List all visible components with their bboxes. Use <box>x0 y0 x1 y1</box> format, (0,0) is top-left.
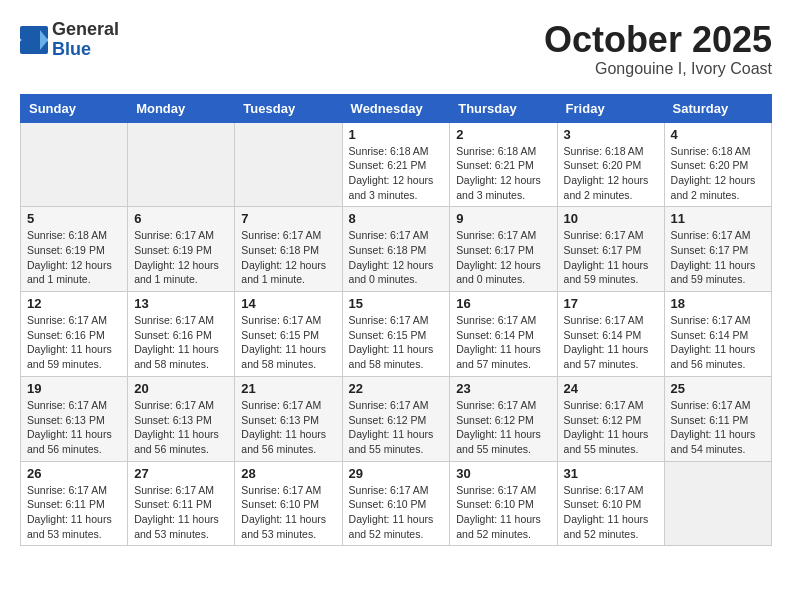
calendar-cell: 14Sunrise: 6:17 AM Sunset: 6:15 PM Dayli… <box>235 292 342 377</box>
day-info: Sunrise: 6:17 AM Sunset: 6:14 PM Dayligh… <box>456 313 550 372</box>
day-info: Sunrise: 6:17 AM Sunset: 6:11 PM Dayligh… <box>671 398 765 457</box>
day-info: Sunrise: 6:17 AM Sunset: 6:17 PM Dayligh… <box>564 228 658 287</box>
column-header-sunday: Sunday <box>21 94 128 122</box>
calendar-cell: 1Sunrise: 6:18 AM Sunset: 6:21 PM Daylig… <box>342 122 450 207</box>
header: General Blue October 2025 Gongouine I, I… <box>20 20 772 78</box>
day-number: 28 <box>241 466 335 481</box>
calendar-cell <box>21 122 128 207</box>
day-number: 14 <box>241 296 335 311</box>
calendar-cell: 26Sunrise: 6:17 AM Sunset: 6:11 PM Dayli… <box>21 461 128 546</box>
column-header-friday: Friday <box>557 94 664 122</box>
day-number: 27 <box>134 466 228 481</box>
calendar-cell: 22Sunrise: 6:17 AM Sunset: 6:12 PM Dayli… <box>342 376 450 461</box>
calendar-cell: 25Sunrise: 6:17 AM Sunset: 6:11 PM Dayli… <box>664 376 771 461</box>
day-info: Sunrise: 6:17 AM Sunset: 6:13 PM Dayligh… <box>241 398 335 457</box>
day-info: Sunrise: 6:17 AM Sunset: 6:10 PM Dayligh… <box>241 483 335 542</box>
day-number: 2 <box>456 127 550 142</box>
calendar-cell: 3Sunrise: 6:18 AM Sunset: 6:20 PM Daylig… <box>557 122 664 207</box>
day-info: Sunrise: 6:17 AM Sunset: 6:18 PM Dayligh… <box>241 228 335 287</box>
calendar-cell: 23Sunrise: 6:17 AM Sunset: 6:12 PM Dayli… <box>450 376 557 461</box>
calendar-cell: 16Sunrise: 6:17 AM Sunset: 6:14 PM Dayli… <box>450 292 557 377</box>
calendar-cell: 20Sunrise: 6:17 AM Sunset: 6:13 PM Dayli… <box>128 376 235 461</box>
column-header-monday: Monday <box>128 94 235 122</box>
column-header-tuesday: Tuesday <box>235 94 342 122</box>
day-info: Sunrise: 6:17 AM Sunset: 6:15 PM Dayligh… <box>241 313 335 372</box>
day-info: Sunrise: 6:18 AM Sunset: 6:19 PM Dayligh… <box>27 228 121 287</box>
day-info: Sunrise: 6:17 AM Sunset: 6:11 PM Dayligh… <box>27 483 121 542</box>
day-info: Sunrise: 6:17 AM Sunset: 6:10 PM Dayligh… <box>456 483 550 542</box>
calendar-cell: 27Sunrise: 6:17 AM Sunset: 6:11 PM Dayli… <box>128 461 235 546</box>
logo: General Blue <box>20 20 119 60</box>
calendar-week-row: 12Sunrise: 6:17 AM Sunset: 6:16 PM Dayli… <box>21 292 772 377</box>
day-number: 26 <box>27 466 121 481</box>
calendar-cell <box>128 122 235 207</box>
day-number: 11 <box>671 211 765 226</box>
day-number: 5 <box>27 211 121 226</box>
logo-icon <box>20 26 48 54</box>
day-number: 19 <box>27 381 121 396</box>
calendar-week-row: 26Sunrise: 6:17 AM Sunset: 6:11 PM Dayli… <box>21 461 772 546</box>
calendar-cell: 19Sunrise: 6:17 AM Sunset: 6:13 PM Dayli… <box>21 376 128 461</box>
day-info: Sunrise: 6:17 AM Sunset: 6:11 PM Dayligh… <box>134 483 228 542</box>
logo-text: General Blue <box>52 20 119 60</box>
logo-general: General <box>52 20 119 40</box>
column-header-thursday: Thursday <box>450 94 557 122</box>
day-number: 10 <box>564 211 658 226</box>
calendar-cell: 29Sunrise: 6:17 AM Sunset: 6:10 PM Dayli… <box>342 461 450 546</box>
day-number: 21 <box>241 381 335 396</box>
calendar-cell: 10Sunrise: 6:17 AM Sunset: 6:17 PM Dayli… <box>557 207 664 292</box>
calendar-cell: 7Sunrise: 6:17 AM Sunset: 6:18 PM Daylig… <box>235 207 342 292</box>
day-info: Sunrise: 6:17 AM Sunset: 6:12 PM Dayligh… <box>564 398 658 457</box>
calendar-cell: 31Sunrise: 6:17 AM Sunset: 6:10 PM Dayli… <box>557 461 664 546</box>
calendar-header-row: SundayMondayTuesdayWednesdayThursdayFrid… <box>21 94 772 122</box>
day-number: 6 <box>134 211 228 226</box>
day-info: Sunrise: 6:17 AM Sunset: 6:16 PM Dayligh… <box>134 313 228 372</box>
day-number: 4 <box>671 127 765 142</box>
day-info: Sunrise: 6:17 AM Sunset: 6:14 PM Dayligh… <box>564 313 658 372</box>
calendar-week-row: 19Sunrise: 6:17 AM Sunset: 6:13 PM Dayli… <box>21 376 772 461</box>
calendar-cell <box>664 461 771 546</box>
calendar-cell: 18Sunrise: 6:17 AM Sunset: 6:14 PM Dayli… <box>664 292 771 377</box>
month-title: October 2025 <box>544 20 772 60</box>
calendar-cell: 5Sunrise: 6:18 AM Sunset: 6:19 PM Daylig… <box>21 207 128 292</box>
calendar-cell: 8Sunrise: 6:17 AM Sunset: 6:18 PM Daylig… <box>342 207 450 292</box>
day-number: 1 <box>349 127 444 142</box>
calendar: SundayMondayTuesdayWednesdayThursdayFrid… <box>20 94 772 547</box>
calendar-cell: 21Sunrise: 6:17 AM Sunset: 6:13 PM Dayli… <box>235 376 342 461</box>
day-info: Sunrise: 6:17 AM Sunset: 6:14 PM Dayligh… <box>671 313 765 372</box>
day-info: Sunrise: 6:17 AM Sunset: 6:19 PM Dayligh… <box>134 228 228 287</box>
calendar-cell: 2Sunrise: 6:18 AM Sunset: 6:21 PM Daylig… <box>450 122 557 207</box>
day-number: 31 <box>564 466 658 481</box>
calendar-cell: 17Sunrise: 6:17 AM Sunset: 6:14 PM Dayli… <box>557 292 664 377</box>
day-number: 3 <box>564 127 658 142</box>
calendar-week-row: 1Sunrise: 6:18 AM Sunset: 6:21 PM Daylig… <box>21 122 772 207</box>
title-area: October 2025 Gongouine I, Ivory Coast <box>544 20 772 78</box>
day-number: 13 <box>134 296 228 311</box>
day-info: Sunrise: 6:18 AM Sunset: 6:20 PM Dayligh… <box>671 144 765 203</box>
day-number: 24 <box>564 381 658 396</box>
day-number: 16 <box>456 296 550 311</box>
day-info: Sunrise: 6:17 AM Sunset: 6:16 PM Dayligh… <box>27 313 121 372</box>
day-info: Sunrise: 6:17 AM Sunset: 6:17 PM Dayligh… <box>671 228 765 287</box>
day-number: 25 <box>671 381 765 396</box>
day-info: Sunrise: 6:18 AM Sunset: 6:21 PM Dayligh… <box>349 144 444 203</box>
day-info: Sunrise: 6:17 AM Sunset: 6:10 PM Dayligh… <box>349 483 444 542</box>
day-number: 30 <box>456 466 550 481</box>
day-info: Sunrise: 6:17 AM Sunset: 6:13 PM Dayligh… <box>134 398 228 457</box>
day-info: Sunrise: 6:17 AM Sunset: 6:17 PM Dayligh… <box>456 228 550 287</box>
day-info: Sunrise: 6:17 AM Sunset: 6:15 PM Dayligh… <box>349 313 444 372</box>
day-info: Sunrise: 6:18 AM Sunset: 6:20 PM Dayligh… <box>564 144 658 203</box>
day-info: Sunrise: 6:17 AM Sunset: 6:12 PM Dayligh… <box>456 398 550 457</box>
calendar-cell: 28Sunrise: 6:17 AM Sunset: 6:10 PM Dayli… <box>235 461 342 546</box>
day-number: 8 <box>349 211 444 226</box>
calendar-cell: 15Sunrise: 6:17 AM Sunset: 6:15 PM Dayli… <box>342 292 450 377</box>
column-header-saturday: Saturday <box>664 94 771 122</box>
calendar-cell: 6Sunrise: 6:17 AM Sunset: 6:19 PM Daylig… <box>128 207 235 292</box>
day-number: 29 <box>349 466 444 481</box>
day-number: 23 <box>456 381 550 396</box>
calendar-cell: 9Sunrise: 6:17 AM Sunset: 6:17 PM Daylig… <box>450 207 557 292</box>
day-number: 22 <box>349 381 444 396</box>
calendar-cell: 4Sunrise: 6:18 AM Sunset: 6:20 PM Daylig… <box>664 122 771 207</box>
day-number: 17 <box>564 296 658 311</box>
day-info: Sunrise: 6:17 AM Sunset: 6:18 PM Dayligh… <box>349 228 444 287</box>
